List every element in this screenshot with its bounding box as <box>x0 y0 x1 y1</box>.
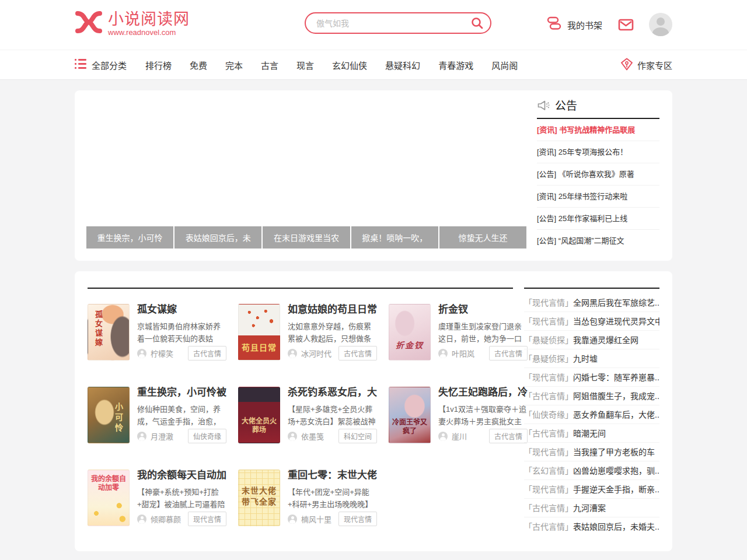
book-desc: 【1v1双洁＋强取豪夺＋追妻火葬场＋男主疯批女主不 <box>438 403 528 428</box>
ranking-item[interactable]: 「古代言情」阿姐借腹生子，我成宠... <box>524 387 659 405</box>
book-cover[interactable]: 末世大佬带飞全家 <box>238 470 280 526</box>
ranking-panel: 「现代言情」全网黑后我在军旅综艺... 「现代言情」当怂包穿进现代灵异文中 「悬… <box>524 282 659 540</box>
book-cover[interactable]: 我的余额自动加零 <box>88 470 130 526</box>
megaphone-icon <box>537 100 550 114</box>
ranking-item[interactable]: 「现代言情」当怂包穿进现代灵异文中 <box>524 312 659 331</box>
book-author: 倾卿慕颜 <box>151 513 188 524</box>
page-bottom-gap <box>75 551 672 559</box>
announcement-item[interactable]: [资讯] 25年绿书签行动来啦 <box>537 186 659 208</box>
announcement-item[interactable]: [公告] 《听说你喜欢我》原著 <box>537 163 659 186</box>
book-category-tag: 现代言情 <box>188 512 226 526</box>
book-card[interactable]: 大佬全员火葬场 杀死钓系恶女后，大 【星际+多雄竞+全员火葬场+恶女洗白】絮蕊被… <box>238 387 377 443</box>
top-header: 小说阅读网 www.readnovel.com <box>0 0 747 50</box>
book-card[interactable]: 小可怜 重生换宗，小可怜被 修仙种田美食，空间，养成，气运金手指，治愈，团 月澄… <box>88 387 226 443</box>
ranking-item[interactable]: 「现代言情」手握逆天金手指，断亲... <box>524 480 659 499</box>
ranking-item[interactable]: 「现代言情」全网黑后我在军旅综艺... <box>524 293 659 312</box>
nav-item-finished[interactable]: 完本 <box>225 59 243 71</box>
nav-item-fashion[interactable]: 风尚阁 <box>491 59 518 71</box>
banner-carousel-tabs: 重生换宗，小可怜 表姑娘回京后，未 在末日游戏里当农 掀桌！唢呐一吹， 惊蛰无人… <box>86 226 526 249</box>
book-title[interactable]: 重生换宗，小可怜被 <box>137 387 226 398</box>
book-author: 冰河时代 <box>301 348 338 359</box>
book-card[interactable]: 末世大佬带飞全家 重回七零：末世大佬 【年代+团宠+空间+异能+科研+男主出场晚… <box>238 470 377 526</box>
book-author: 依墨笺 <box>301 430 338 442</box>
recommend-section: 孤女谋嫁 孤女谋嫁 京城皆知勇伯府林家娇养着一位貌若天仙的表姑娘，直 柠檬笑 古… <box>75 271 672 551</box>
ranking-item[interactable]: 「现代言情」闪婚七零：随军养崽暴... <box>524 368 659 387</box>
book-category-tag: 古代言情 <box>489 429 528 443</box>
main-nav: 全部分类 排行榜 免费 完本 古言 现言 玄幻仙侠 悬疑科幻 青春游戏 风尚阁 … <box>0 50 747 80</box>
nav-item-guyan[interactable]: 古言 <box>261 59 278 71</box>
ranking-list: 「现代言情」全网黑后我在军旅综艺... 「现代言情」当怂包穿进现代灵异文中 「悬… <box>524 293 659 536</box>
book-card[interactable]: 冷面王爷又疯了 失忆王妃跑路后，冷 【1v1双洁＋强取豪夺＋追妻火葬场＋男主疯批… <box>389 387 528 443</box>
book-cover[interactable]: 大佬全员火葬场 <box>238 387 280 443</box>
hamburger-icon <box>75 59 86 71</box>
book-cover[interactable]: 冷面王爷又疯了 <box>389 387 431 443</box>
carousel-tab[interactable]: 表姑娘回京后，未 <box>174 226 261 249</box>
ranking-item[interactable]: 「古代言情」暗潮无间 <box>524 424 659 443</box>
search-icon[interactable] <box>470 16 484 30</box>
book-grid-header <box>88 282 513 289</box>
book-category-tag: 科幻空间 <box>338 429 377 443</box>
book-title[interactable]: 我的余额每天自动加 <box>137 470 226 481</box>
book-card[interactable]: 我的余额自动加零 我的余额每天自动加 【神豪+系统+预知+打脸+甜宠】被油腻上司… <box>88 470 226 526</box>
book-author: 柠檬笑 <box>151 348 188 359</box>
ranking-item[interactable]: 「古代言情」九河漕案 <box>524 499 659 517</box>
carousel-tab[interactable]: 重生换宗，小可怜 <box>86 226 173 249</box>
site-name: 小说阅读网 <box>108 10 190 28</box>
ranking-item[interactable]: 「现代言情」当我撞了甲方老板的车 <box>524 443 659 461</box>
carousel-tab[interactable]: 掀桌！唢呐一吹， <box>351 226 438 249</box>
book-title[interactable]: 如意姑娘的苟且日常 <box>288 304 377 316</box>
book-cover[interactable]: 小可怜 <box>88 387 130 443</box>
carousel-tab[interactable]: 惊蛰无人生还 <box>439 226 526 249</box>
bookshelf-icon <box>546 16 562 33</box>
book-cover[interactable]: 苟且日常 <box>238 304 280 360</box>
nav-item-youth[interactable]: 青春游戏 <box>438 59 473 71</box>
book-desc: 修仙种田美食，空间，养成，气运金手指，治愈，团 <box>137 403 226 428</box>
site-logo[interactable]: 小说阅读网 www.readnovel.com <box>75 9 190 37</box>
announcement-item[interactable]: [公告] 25年作家福利已上线 <box>537 208 659 230</box>
mail-icon[interactable] <box>618 18 634 32</box>
ranking-item[interactable]: 「玄幻言情」凶兽幼崽嘤嘤求抱，驯... <box>524 461 659 480</box>
book-desc: 沈如意意外穿越，伤痕累累被人救起后，只想做条咸鱼 <box>288 320 377 345</box>
book-category-tag: 古代言情 <box>338 346 377 360</box>
author-avatar-icon <box>288 514 297 524</box>
nav-item-xianyan[interactable]: 现言 <box>296 59 314 71</box>
nav-item-suspense[interactable]: 悬疑科幻 <box>385 59 420 71</box>
author-avatar-icon <box>137 432 146 441</box>
nav-item-ranking[interactable]: 排行榜 <box>145 59 172 71</box>
book-category-tag: 古代言情 <box>188 346 226 360</box>
book-cover[interactable]: 折金钗 <box>389 304 431 360</box>
user-avatar[interactable] <box>649 13 672 36</box>
book-grid: 孤女谋嫁 孤女谋嫁 京城皆知勇伯府林家娇养着一位貌若天仙的表姑娘，直 柠檬笑 古… <box>88 304 513 526</box>
book-desc: 虞瑾重生到凌家登门退亲这日，前世，她为争一口气， <box>438 320 528 345</box>
announcements-title: 公告 <box>555 100 577 113</box>
announcement-item[interactable]: [资讯] 书写抗战精神作品联展 <box>537 119 659 141</box>
carousel-tab[interactable]: 在末日游戏里当农 <box>263 226 350 249</box>
my-bookshelf-button[interactable]: 我的书架 <box>546 16 602 33</box>
nav-all-categories[interactable]: 全部分类 <box>75 59 127 71</box>
book-cover[interactable]: 孤女谋嫁 <box>88 304 130 360</box>
writer-zone-link[interactable]: 作家专区 <box>620 58 672 72</box>
book-category-tag: 仙侠奇缘 <box>188 429 226 443</box>
book-desc: 【年代+团宠+空间+异能+科研+男主出场晚晚晚】 <box>288 486 377 510</box>
book-author: 月澄澈 <box>151 430 188 442</box>
ranking-item[interactable]: 「古代言情」表姑娘回京后，未婚夫... <box>524 517 659 536</box>
search-input[interactable] <box>316 19 467 28</box>
nav-item-fantasy[interactable]: 玄幻仙侠 <box>332 59 367 71</box>
nav-item-free[interactable]: 免费 <box>190 59 207 71</box>
ranking-item[interactable]: 「悬疑侦探」我靠通灵爆红全网 <box>524 331 659 349</box>
book-title[interactable]: 失忆王妃跑路后，冷 <box>438 387 528 398</box>
pen-nib-icon <box>620 58 633 72</box>
announcement-item[interactable]: [资讯] 25年专项海报公布！ <box>537 141 659 163</box>
book-title[interactable]: 折金钗 <box>438 304 528 316</box>
book-card[interactable]: 折金钗 折金钗 虞瑾重生到凌家登门退亲这日，前世，她为争一口气， 叶阳岚 古代言… <box>389 304 528 360</box>
announcement-item[interactable]: [公告] “风起国潮”二期征文 <box>537 230 659 252</box>
bookshelf-label: 我的书架 <box>567 19 602 31</box>
ranking-item[interactable]: 「悬疑侦探」九时墟 <box>524 349 659 368</box>
book-category-tag: 古代言情 <box>489 346 528 360</box>
book-card[interactable]: 苟且日常 如意姑娘的苟且日常 沈如意意外穿越，伤痕累累被人救起后，只想做条咸鱼 … <box>238 304 377 360</box>
book-title[interactable]: 重回七零：末世大佬 <box>288 470 377 481</box>
ranking-item[interactable]: 「仙侠奇缘」恶女养鱼翻车后，大佬... <box>524 405 659 424</box>
book-title[interactable]: 杀死钓系恶女后，大 <box>288 387 377 398</box>
book-title[interactable]: 孤女谋嫁 <box>137 304 226 316</box>
book-card[interactable]: 孤女谋嫁 孤女谋嫁 京城皆知勇伯府林家娇养着一位貌若天仙的表姑娘，直 柠檬笑 古… <box>88 304 226 360</box>
